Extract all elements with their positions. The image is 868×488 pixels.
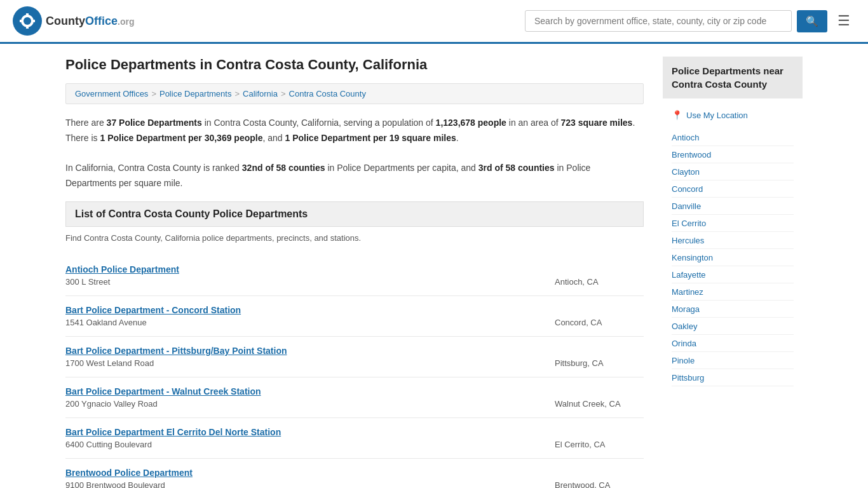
dept-address: 6400 Cutting Boulevard xyxy=(65,440,152,449)
stats-area: 723 square miles xyxy=(561,118,633,128)
list-item: Concord xyxy=(672,180,794,198)
stats-rank-capita: 32nd of 58 counties xyxy=(242,163,325,173)
table-row: Bart Police Department El Cerrito Del No… xyxy=(65,418,644,459)
breadcrumb-california[interactable]: California xyxy=(243,89,278,98)
dept-address: 9100 Brentwood Boulevard xyxy=(65,480,165,488)
stats-per-capita: 1 Police Department per 30,369 people xyxy=(100,133,262,143)
stats-block: There are 37 Police Departments in Contr… xyxy=(65,116,644,191)
sidebar-city-link[interactable]: Lafayette xyxy=(672,270,706,280)
svg-rect-5 xyxy=(20,20,24,22)
logo-text: CountyOffice.org xyxy=(46,15,134,28)
svg-rect-4 xyxy=(26,25,29,29)
list-item: Oakley xyxy=(672,318,794,335)
search-area: 🔍 ☰ xyxy=(525,10,855,32)
table-row: Antioch Police Department 300 L Street A… xyxy=(65,255,644,296)
table-row: Bart Police Department - Pittsburg/Bay P… xyxy=(65,337,644,377)
sidebar-city-link[interactable]: Pittsburg xyxy=(672,373,704,383)
dept-name-link[interactable]: Antioch Police Department xyxy=(65,264,644,274)
dept-name-link[interactable]: Bart Police Department - Concord Station xyxy=(65,305,644,315)
list-item: Moraga xyxy=(672,301,794,318)
stats-per-area: 1 Police Department per 19 square miles xyxy=(285,133,456,143)
stats-type: Police Departments xyxy=(119,118,202,128)
breadcrumb-contra-costa[interactable]: Contra Costa County xyxy=(289,89,366,98)
sidebar-city-link[interactable]: Danville xyxy=(672,201,701,211)
dept-city: Brentwood, CA xyxy=(555,480,644,488)
list-item: Antioch xyxy=(672,129,794,146)
dept-city: El Cerrito, CA xyxy=(555,440,644,449)
list-item: Danville xyxy=(672,198,794,215)
sidebar-city-link[interactable]: Martinez xyxy=(672,287,703,297)
sidebar-city-list: AntiochBrentwoodClaytonConcordDanvilleEl… xyxy=(663,129,803,386)
sidebar-city-link[interactable]: Kensington xyxy=(672,253,713,262)
use-my-location-link[interactable]: Use My Location xyxy=(686,111,748,120)
dept-city: Concord, CA xyxy=(555,318,644,327)
page-title: Police Departments in Contra Costa Count… xyxy=(65,57,644,73)
dept-name-link[interactable]: Bart Police Department - Walnut Creek St… xyxy=(65,386,644,396)
sidebar-city-link[interactable]: Moraga xyxy=(672,304,700,314)
sidebar-city-link[interactable]: Brentwood xyxy=(672,150,711,159)
dept-city: Pittsburg, CA xyxy=(555,358,644,368)
list-item: Hercules xyxy=(672,232,794,249)
svg-rect-3 xyxy=(26,13,29,17)
use-my-location-area: 📍 Use My Location xyxy=(663,106,803,124)
list-item: Martinez xyxy=(672,283,794,301)
table-row: Bart Police Department - Concord Station… xyxy=(65,296,644,337)
list-item: Clayton xyxy=(672,163,794,180)
list-item: Lafayette xyxy=(672,266,794,283)
sidebar: Police Departments near Contra Costa Cou… xyxy=(663,57,803,488)
breadcrumb: Government Offices > Police Departments … xyxy=(65,83,644,104)
dept-name-link[interactable]: Brentwood Police Department xyxy=(65,468,644,478)
table-row: Bart Police Department - Walnut Creek St… xyxy=(65,377,644,418)
location-icon: 📍 xyxy=(672,110,682,120)
list-item: Pittsburg xyxy=(672,369,794,386)
dept-address: 300 L Street xyxy=(65,277,110,287)
sidebar-city-link[interactable]: Clayton xyxy=(672,167,700,177)
breadcrumb-gov-offices[interactable]: Government Offices xyxy=(75,89,148,98)
sidebar-city-link[interactable]: Hercules xyxy=(672,236,704,245)
stats-rank-area: 3rd of 58 counties xyxy=(478,163,555,173)
stats-population: 1,123,678 people xyxy=(436,118,506,128)
dept-city: Antioch, CA xyxy=(555,277,644,287)
main-container: Police Departments in Contra Costa Count… xyxy=(53,44,815,488)
list-item: Kensington xyxy=(672,249,794,266)
sidebar-city-link[interactable]: El Cerrito xyxy=(672,219,706,228)
list-item: Orinda xyxy=(672,335,794,352)
sidebar-city-link[interactable]: Orinda xyxy=(672,339,696,348)
dept-name-link[interactable]: Bart Police Department - Pittsburg/Bay P… xyxy=(65,346,644,356)
sidebar-city-link[interactable]: Concord xyxy=(672,184,703,194)
sidebar-city-link[interactable]: Pinole xyxy=(672,356,695,365)
site-header: CountyOffice.org 🔍 ☰ xyxy=(0,0,868,44)
dept-address: 1541 Oakland Avenue xyxy=(65,318,147,327)
sidebar-city-link[interactable]: Antioch xyxy=(672,133,699,142)
search-button[interactable]: 🔍 xyxy=(797,10,827,32)
dept-address: 200 Ygnacio Valley Road xyxy=(65,399,158,409)
list-header: List of Contra Costa County Police Depar… xyxy=(65,201,644,227)
breadcrumb-police-depts[interactable]: Police Departments xyxy=(159,89,231,98)
search-input[interactable] xyxy=(525,10,792,32)
sidebar-city-link[interactable]: Oakley xyxy=(672,322,697,331)
breadcrumb-sep-2: > xyxy=(234,89,240,98)
table-row: Brentwood Police Department 9100 Brentwo… xyxy=(65,459,644,488)
svg-point-2 xyxy=(24,17,31,25)
list-description: Find Contra Costa County, California pol… xyxy=(65,233,644,243)
stats-count: 37 xyxy=(107,118,117,128)
dept-address: 1700 West Leland Road xyxy=(65,358,154,368)
dept-city: Walnut Creek, CA xyxy=(555,399,644,409)
logo-area: CountyOffice.org xyxy=(13,6,134,36)
svg-rect-6 xyxy=(31,20,35,22)
list-item: El Cerrito xyxy=(672,215,794,232)
menu-button[interactable]: ☰ xyxy=(832,10,855,32)
list-item: Pinole xyxy=(672,352,794,369)
dept-name-link[interactable]: Bart Police Department El Cerrito Del No… xyxy=(65,427,644,437)
department-list: Antioch Police Department 300 L Street A… xyxy=(65,255,644,488)
breadcrumb-sep-1: > xyxy=(151,89,156,98)
breadcrumb-sep-3: > xyxy=(281,89,286,98)
list-item: Brentwood xyxy=(672,146,794,163)
sidebar-title: Police Departments near Contra Costa Cou… xyxy=(663,57,803,98)
content-area: Police Departments in Contra Costa Count… xyxy=(65,57,644,488)
logo-icon xyxy=(13,6,42,36)
